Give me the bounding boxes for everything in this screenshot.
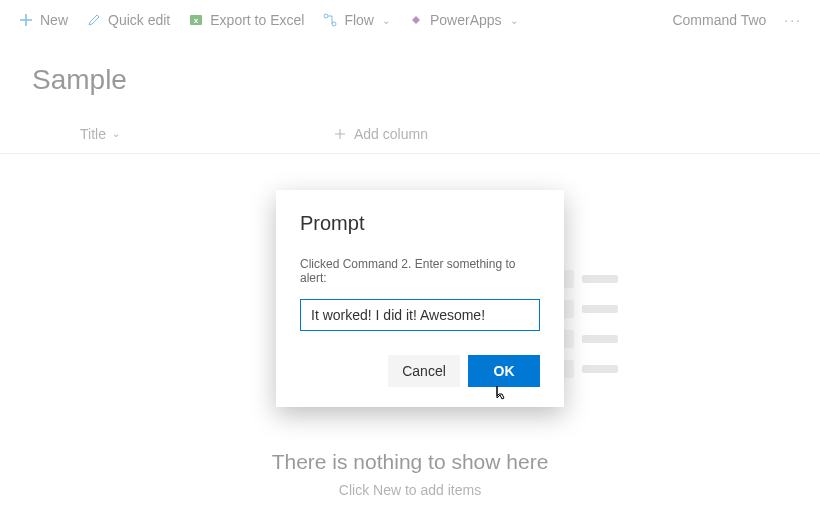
prompt-dialog: Prompt Clicked Command 2. Enter somethin… <box>276 190 564 407</box>
dialog-title: Prompt <box>300 212 540 235</box>
cancel-button[interactable]: Cancel <box>388 355 460 387</box>
ok-button[interactable]: OK <box>468 355 540 387</box>
prompt-input[interactable] <box>300 299 540 331</box>
dialog-button-row: Cancel OK <box>300 355 540 387</box>
dialog-message: Clicked Command 2. Enter something to al… <box>300 257 540 285</box>
